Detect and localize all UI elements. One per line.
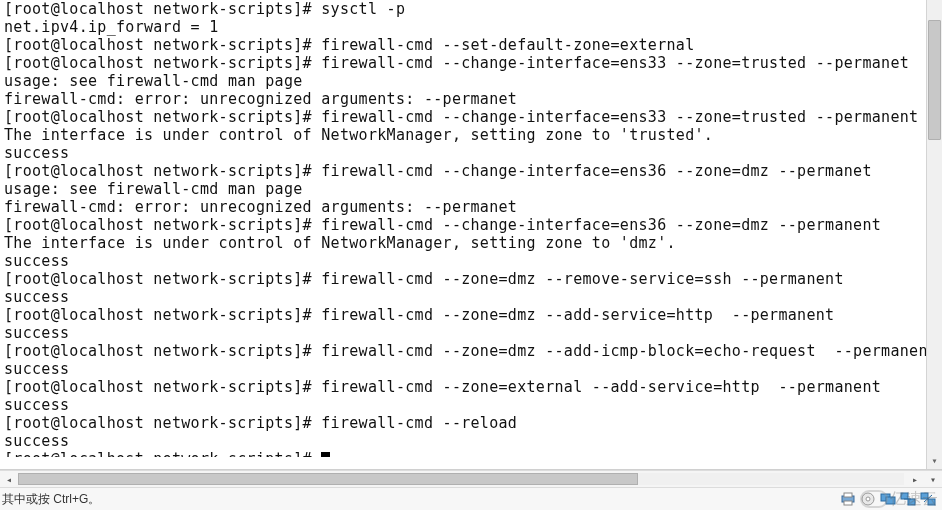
terminal-line: success [4,252,938,270]
status-hint: 其中或按 Ctrl+G。 [2,490,100,508]
terminal-line: [root@localhost network-scripts]# firewa… [4,36,938,54]
terminal-line: usage: see firewall-cmd man page [4,180,938,198]
terminal-line: [root@localhost network-scripts]# firewa… [4,216,938,234]
status-tray [840,492,942,506]
svg-rect-2 [844,501,852,505]
scrollbar-thumb[interactable] [928,20,941,140]
terminal-line: [root@localhost network-scripts]# firewa… [4,162,938,180]
terminal-line: net.ipv4.ip_forward = 1 [4,18,938,36]
hscroll-track[interactable] [18,473,904,485]
terminal-output[interactable]: [root@localhost network-scripts]# sysctl… [0,0,942,457]
svg-rect-6 [886,497,895,504]
terminal-line: success [4,144,938,162]
hscroll-thumb[interactable] [18,473,638,485]
terminal-line: success [4,432,938,450]
scroll-down-icon[interactable]: ▾ [927,453,942,469]
terminal-line: success [4,288,938,306]
screens-icon[interactable] [880,492,896,506]
terminal-line: The interface is under control of Networ… [4,234,938,252]
terminal-line: success [4,324,938,342]
svg-rect-10 [921,493,928,499]
terminal-line: [root@localhost network-scripts]# firewa… [4,414,938,432]
printer-icon[interactable] [840,492,856,506]
terminal-line: [root@localhost network-scripts]# firewa… [4,378,938,396]
svg-rect-1 [844,493,852,497]
terminal-pane: [root@localhost network-scripts]# sysctl… [0,0,942,470]
terminal-line: firewall-cmd: error: unrecognized argume… [4,198,938,216]
scroll-left-icon[interactable]: ◂ [2,473,16,487]
vertical-scrollbar[interactable]: ▾ [926,0,942,469]
svg-point-4 [866,497,870,501]
prompt-text: [root@localhost network-scripts]# [4,450,321,457]
network-icon-2[interactable] [920,492,936,506]
terminal-line: [root@localhost network-scripts]# firewa… [4,270,938,288]
cursor-icon [321,452,330,457]
svg-rect-11 [928,499,935,505]
cd-icon[interactable] [860,492,876,506]
terminal-line: success [4,360,938,378]
terminal-line: success [4,396,938,414]
resize-handle-icon[interactable]: ▾ [926,473,940,487]
network-icon[interactable] [900,492,916,506]
terminal-line: [root@localhost network-scripts]# firewa… [4,306,938,324]
terminal-line: [root@localhost network-scripts]# firewa… [4,342,938,360]
horizontal-scrollbar[interactable]: ◂ ▸ ▾ [0,470,942,488]
terminal-line: The interface is under control of Networ… [4,126,938,144]
svg-rect-8 [908,499,915,505]
terminal-line: [root@localhost network-scripts]# firewa… [4,108,938,126]
terminal-prompt-line[interactable]: [root@localhost network-scripts]# [4,450,938,457]
status-bar: 其中或按 Ctrl+G。 [0,488,942,510]
terminal-line: firewall-cmd: error: unrecognized argume… [4,90,938,108]
terminal-line: [root@localhost network-scripts]# firewa… [4,54,938,72]
scroll-right-icon[interactable]: ▸ [908,473,922,487]
terminal-line: [root@localhost network-scripts]# sysctl… [4,0,938,18]
terminal-line: usage: see firewall-cmd man page [4,72,938,90]
svg-rect-7 [901,493,908,499]
